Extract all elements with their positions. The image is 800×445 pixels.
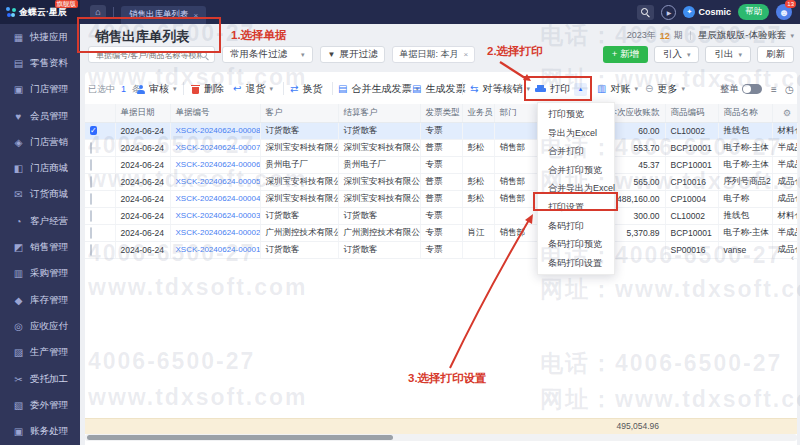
avatar[interactable]: ☻ 13 xyxy=(776,4,792,20)
sidebar-item-accounting[interactable]: ▣账务处理 xyxy=(0,418,80,444)
menu-item-print-preview[interactable]: 打印预览 xyxy=(538,105,614,124)
approve-button[interactable]: 审核 ▾ xyxy=(136,76,177,102)
inventory-mgmt-icon: ◆ xyxy=(13,295,24,306)
edition-badge: 旗舰版 xyxy=(55,0,79,8)
table-row[interactable]: ✓ 2024-06-24 XSCK-20240624-00008 订货散客 订货… xyxy=(85,122,797,139)
reconcile-button[interactable]: ▥ 对账 ▾ xyxy=(597,76,638,102)
row-checkbox[interactable] xyxy=(90,227,92,239)
import-button[interactable]: 引入▾ xyxy=(654,46,700,63)
row-checkbox[interactable]: ✓ xyxy=(90,126,97,135)
sidebar-item-outsourcing-mgmt[interactable]: ▧委外管理 xyxy=(0,392,80,418)
sidebar-item-ar-ap[interactable]: ◎应收应付 xyxy=(0,313,80,339)
row-checkbox[interactable] xyxy=(90,244,92,256)
sidebar-item-purchase-mgmt[interactable]: ▥采购管理 xyxy=(0,261,80,287)
sidebar-item-retail-data[interactable]: ▤零售资料 xyxy=(0,50,80,76)
table-row[interactable]: 2024-06-24 XSCK-20240624-00003 订货散客 订货散客… xyxy=(85,207,797,224)
sidebar-item-sales-mgmt[interactable]: ◩销售管理 xyxy=(0,234,80,260)
row-checkbox[interactable] xyxy=(90,210,92,222)
ar-ap-icon: ◎ xyxy=(13,321,24,332)
exchange-button[interactable]: ⇄ 换货 xyxy=(290,76,322,102)
table-row[interactable]: 2024-06-24 XSCK-20240624-00004 深圳宝安科技有限公… xyxy=(85,190,797,207)
home-icon[interactable]: ⌂ xyxy=(90,5,106,19)
make-invoice-button[interactable]: ▤ 生成发票 xyxy=(412,76,465,102)
more-button[interactable]: ⊖ 更多 ▾ xyxy=(645,76,685,102)
row-checkbox[interactable] xyxy=(90,193,92,205)
delete-button[interactable]: 删除 xyxy=(191,76,224,102)
row-checkbox[interactable] xyxy=(90,159,92,171)
offset-writeoff-button[interactable]: ⇆ 对等核销 ▾ xyxy=(470,76,530,102)
bill-no-link[interactable]: XSCK-20240624-00007 xyxy=(170,139,260,156)
sidebar-item-consigned-processing[interactable]: ✂受托加工 xyxy=(0,366,80,392)
menu-item-merge-print[interactable]: 合并打印 xyxy=(538,142,614,161)
return-button[interactable]: ↩ 退货 ▾ xyxy=(233,76,273,102)
bill-no-link[interactable]: XSCK-20240624-00008 xyxy=(170,122,260,139)
sidebar-item-store-marketing[interactable]: ◈门店营销 xyxy=(0,129,80,155)
list-search-box[interactable] xyxy=(88,46,215,63)
table-row[interactable]: 2024-06-24 XSCK-20240624-00005 深圳宝安科技有限公… xyxy=(85,173,797,190)
date-filter-tag[interactable]: 单据日期: 本月 × xyxy=(392,46,475,63)
condition-filter-select[interactable]: 常用条件过滤 ▾ xyxy=(222,46,313,63)
cosmic-entry[interactable]: ✦ Cosmic xyxy=(683,6,731,18)
account-caret-icon[interactable]: ▾ xyxy=(790,32,794,40)
sidebar-item-quick-apps[interactable]: ▦快捷应用 xyxy=(0,24,80,50)
period-number: 12 xyxy=(660,31,670,41)
list-layout-icon[interactable]: ≡ xyxy=(771,76,777,102)
row-checkbox[interactable] xyxy=(90,142,92,154)
sidebar-item-production-mgmt[interactable]: ▨生产管理 xyxy=(0,340,80,366)
horizontal-scrollbar xyxy=(85,434,797,441)
table-row[interactable]: 2024-06-24 XSCK-20240624-00001 订货散客 订货散客… xyxy=(85,241,797,258)
menu-item-export-excel[interactable]: 导出为Excel xyxy=(538,124,614,143)
sidebar-item-customer-ops[interactable]: ◔客户经营 xyxy=(0,208,80,234)
more-icon: ⊖ xyxy=(645,84,653,94)
reconcile-doc-icon: ▥ xyxy=(597,84,606,94)
chevron-down-icon: ▾ xyxy=(301,51,305,59)
add-button[interactable]: + 新增 xyxy=(603,46,648,63)
refresh-button[interactable]: 刷新 xyxy=(757,46,794,63)
sidebar-item-store-mgmt[interactable]: ▣门店管理 xyxy=(0,77,80,103)
expand-filter-button[interactable]: ▼ 展开过滤 xyxy=(320,46,386,63)
sidebar-item-inventory-mgmt[interactable]: ◆库存管理 xyxy=(0,287,80,313)
tab-close-icon[interactable]: × xyxy=(194,11,199,20)
history-clock-icon[interactable]: ◷ xyxy=(785,76,794,102)
whole-doc-toggle[interactable] xyxy=(742,76,762,102)
list-toolbar: 已选中1条 审核 ▾ 删除 ↩ 退货 ▾ ⇄ 换货 xyxy=(85,76,797,102)
bill-no-link[interactable]: XSCK-20240624-00006 xyxy=(170,156,260,173)
sidebar-item-store-mall[interactable]: ◧门店商城 xyxy=(0,155,80,181)
row-checkbox[interactable] xyxy=(90,176,92,188)
bill-no-link[interactable]: XSCK-20240624-00003 xyxy=(170,207,260,224)
play-icon[interactable]: ▶ xyxy=(661,5,676,20)
tab-sales-outbound-list[interactable]: 销售出库单列表 × xyxy=(121,6,206,24)
table-row[interactable]: 2024-06-24 XSCK-20240624-00007 深圳宝安科技有限公… xyxy=(85,139,797,156)
menu-item-print-settings[interactable]: 打印设置 xyxy=(538,198,614,217)
collapse-panel-icon[interactable]: ‹ xyxy=(791,253,794,263)
sidebar-item-order-mall[interactable]: ✉订货商城 xyxy=(0,182,80,208)
menu-item-barcode-print-preview[interactable]: 条码打印预览 xyxy=(538,235,614,254)
table-row[interactable]: 2024-06-24 XSCK-20240624-00002 广州测控技术有限公… xyxy=(85,224,797,241)
search-input[interactable] xyxy=(94,48,203,63)
bill-no-link[interactable]: XSCK-20240624-00002 xyxy=(170,224,260,241)
menu-item-barcode-print[interactable]: 条码打印 xyxy=(538,217,614,236)
bill-no-link[interactable]: XSCK-20240624-00005 xyxy=(170,173,260,190)
bill-no-link[interactable]: XSCK-20240624-00001 xyxy=(170,241,260,258)
menu-item-merge-print-preview[interactable]: 合并打印预览 xyxy=(538,161,614,180)
header-checkbox-cell[interactable] xyxy=(85,104,115,122)
menu-item-merge-export-excel[interactable]: 合并导出为Excel xyxy=(538,179,614,198)
scrollbar-thumb[interactable] xyxy=(87,435,393,440)
export-button[interactable]: 引出▾ xyxy=(705,46,751,63)
invoice-doc-icon: ▤ xyxy=(338,84,347,94)
kingdee-logo-icon xyxy=(6,7,16,17)
column-settings-gear-icon[interactable]: ⚙ xyxy=(783,108,791,118)
printer-icon xyxy=(535,85,546,94)
help-button[interactable]: 帮助 xyxy=(738,4,769,20)
bill-no-link[interactable]: XSCK-20240624-00004 xyxy=(170,190,260,207)
store-mall-icon: ◧ xyxy=(13,163,24,174)
global-search-button[interactable] xyxy=(637,5,654,20)
print-button[interactable]: 打印 ▴ xyxy=(535,76,587,102)
merge-invoice-button[interactable]: ▤ 合并生成发票 ▾ xyxy=(338,76,419,102)
tag-close-icon[interactable]: × xyxy=(463,50,468,59)
table-row[interactable]: 2024-06-24 XSCK-20240624-00006 贵州电子厂 贵州电… xyxy=(85,156,797,173)
sidebar-item-member-mgmt[interactable]: ♥会员管理 xyxy=(0,103,80,129)
menu-item-barcode-print-settings[interactable]: 条码打印设置 xyxy=(538,254,614,273)
trash-icon xyxy=(191,84,200,94)
account-name[interactable]: 星辰旗舰版-体验账套 xyxy=(698,29,787,42)
